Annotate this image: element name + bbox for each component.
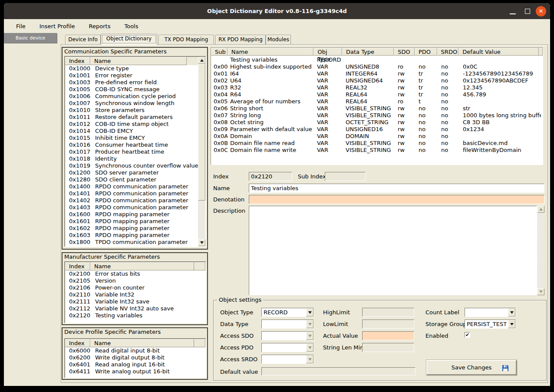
table-row[interactable]: Testing variables RECORD: [211, 56, 543, 63]
list-item[interactable]: 0x1015 Inhibit time EMCY: [65, 135, 205, 142]
scroll-up-icon[interactable]: [537, 206, 544, 213]
tab-modules[interactable]: Modules: [266, 35, 291, 44]
menu-tools[interactable]: Tools: [119, 21, 143, 31]
list-item[interactable]: 0x1400 RPDO communication parameter: [65, 183, 205, 190]
list-item[interactable]: 0x1016 Consumer heartbeat time: [65, 142, 205, 148]
object-type-combobox[interactable]: RECORD: [261, 308, 314, 317]
chevron-down-icon[interactable]: [306, 308, 313, 316]
data-type-combobox[interactable]: [261, 320, 314, 329]
list-item[interactable]: 0x6401 Read analog input 16-bit: [65, 361, 205, 368]
table-row[interactable]: 0x04 R64 VAR REAL64 rw tr no 456.789: [211, 91, 543, 98]
maximize-icon[interactable]: [525, 9, 530, 14]
list-item[interactable]: 0x1017 Producer heartbeat time: [65, 148, 205, 155]
table-row[interactable]: 0x01 I64 VAR INTEGER64 rw tr no -1234567…: [211, 70, 543, 77]
table-row[interactable]: 0x07 String long VAR VISIBLE_STRING rw n…: [211, 112, 543, 119]
column-header-sdo[interactable]: SDO: [394, 48, 415, 56]
scroll-track[interactable]: [537, 213, 544, 288]
default-value-field[interactable]: [261, 367, 416, 376]
tab-device-info[interactable]: Device Info: [65, 35, 101, 44]
column-header-sub[interactable]: Sub: [211, 48, 228, 56]
table-row[interactable]: 0x05 Average of four numbers VAR REAL64 …: [211, 98, 543, 105]
column-header-default-value[interactable]: Default Value: [458, 48, 539, 56]
chevron-down-icon[interactable]: [508, 308, 515, 316]
string-len-min-field[interactable]: [362, 343, 414, 352]
list-item[interactable]: 0x2112 Variable NV Int32 auto save: [65, 305, 205, 312]
menu-reports[interactable]: Reports: [84, 21, 116, 31]
list-item[interactable]: 0x1019 Synchronous counter overflow valu…: [65, 162, 205, 169]
list-item[interactable]: 0x1600 RPDO mapping parameter: [65, 211, 205, 218]
chevron-down-icon[interactable]: [508, 320, 515, 328]
description-field[interactable]: [249, 206, 537, 295]
list-item[interactable]: 0x1003 Pre-defined error field: [65, 79, 205, 86]
list-item[interactable]: 0x1012 COB-ID time stamp object: [65, 121, 205, 128]
column-header-index[interactable]: Index: [65, 57, 90, 65]
index-field[interactable]: [249, 172, 292, 181]
access-srdo-combobox[interactable]: [261, 355, 314, 364]
close-icon[interactable]: ✕: [536, 6, 546, 16]
list-item[interactable]: 0x1280 SDO client parameter: [65, 176, 205, 183]
tab-tx-pdo-mapping[interactable]: TX PDO Mapping: [158, 35, 214, 44]
column-header-srdo[interactable]: SRDO: [437, 48, 459, 56]
list-item[interactable]: 0x1011 Restore default parameters: [65, 114, 205, 121]
list-item[interactable]: 0x6411 Write analog output 16-bit: [65, 368, 205, 375]
menu-insert-profile[interactable]: Insert Profile: [34, 21, 80, 31]
list-item[interactable]: 0x1007 Synchronous window length: [65, 100, 205, 107]
high-limit-field[interactable]: [362, 308, 414, 317]
column-header-name[interactable]: Name: [228, 48, 314, 56]
column-header-name[interactable]: Name: [90, 262, 194, 270]
column-header-obj-type[interactable]: Obj Type: [313, 48, 342, 56]
count-label-combobox[interactable]: [465, 308, 516, 317]
storage-group-combobox[interactable]: PERSIST_TEST: [465, 320, 516, 329]
list-item[interactable]: 0x1010 Store parameters: [65, 107, 205, 114]
enabled-checkbox[interactable]: ✔: [465, 332, 470, 338]
list-item[interactable]: 0x1000 Device type: [65, 65, 205, 72]
access-pdo-combobox[interactable]: [261, 343, 314, 352]
table-row[interactable]: 0x03 R32 VAR REAL32 rw tr no 12.345: [211, 84, 543, 91]
list-item[interactable]: 0x1603 RPDO mapping parameter: [65, 232, 205, 239]
list-item[interactable]: 0x2100 Error status bits: [65, 270, 205, 277]
table-row[interactable]: 0x08 Octet string VAR OCTET_STRING rw no…: [211, 119, 543, 126]
column-header-data-type[interactable]: Data Type: [342, 48, 394, 56]
scroll-down-icon[interactable]: [198, 239, 205, 246]
list-item[interactable]: 0x1005 COB-ID SYNC message: [65, 86, 205, 93]
menu-file[interactable]: File: [11, 21, 31, 31]
list-item[interactable]: 0x1018 Identity: [65, 155, 205, 162]
table-row[interactable]: 0x0C Domain file name write VAR VISIBLE_…: [211, 147, 543, 154]
list-item[interactable]: 0x6000 Read digital input 8-bit: [65, 347, 205, 354]
access-sdo-combobox[interactable]: [261, 331, 314, 340]
list-item[interactable]: 0x1402 RPDO communication parameter: [65, 197, 205, 204]
list-item[interactable]: 0x1200 SDO server parameter: [65, 169, 205, 176]
table-row[interactable]: 0x09 Parameter with default value VAR UN…: [211, 126, 543, 133]
list-item[interactable]: 0x1800 TPDO communication parameter: [65, 239, 205, 246]
list-item[interactable]: 0x2120 Testing variables: [65, 312, 205, 319]
description-scrollbar[interactable]: [537, 206, 544, 295]
tab-object-dictionary[interactable]: Object Dictionary: [101, 34, 157, 45]
list-item[interactable]: 0x2110 Variable Int32: [65, 291, 205, 298]
table-row[interactable]: 0x02 U64 VAR UNSIGNED64 rw tr no 0x12345…: [211, 77, 543, 84]
list-item[interactable]: 0x1401 RPDO communication parameter: [65, 190, 205, 197]
subindex-field[interactable]: [325, 172, 366, 181]
scroll-up-icon[interactable]: [198, 57, 205, 64]
denotation-field[interactable]: [249, 195, 544, 204]
list-item[interactable]: 0x2111 Variable Int32 save: [65, 298, 205, 305]
table-row[interactable]: 0x00 Highest sub-index supported VAR UNS…: [211, 63, 543, 70]
tab-rx-pdo-mapping[interactable]: RX PDO Mapping: [215, 35, 266, 44]
low-limit-field[interactable]: [362, 320, 414, 329]
minimize-icon[interactable]: [510, 13, 516, 14]
column-header-pdo[interactable]: PDO: [415, 48, 437, 56]
scroll-thumb[interactable]: [198, 64, 205, 201]
list-item[interactable]: 0x2106 Power-on counter: [65, 284, 205, 291]
actual-value-field[interactable]: [362, 331, 414, 340]
comm-params-scrollbar[interactable]: [198, 57, 205, 246]
table-row[interactable]: 0x06 String short VAR VISIBLE_STRING rw …: [211, 105, 543, 112]
column-header-index[interactable]: Index: [65, 262, 90, 270]
column-header-index[interactable]: Index: [65, 339, 90, 347]
name-field[interactable]: [249, 184, 544, 193]
list-item[interactable]: 0x1602 RPDO mapping parameter: [65, 225, 205, 232]
list-item[interactable]: 0x1006 Communication cycle period: [65, 93, 205, 100]
list-item[interactable]: 0x6200 Write digital output 8-bit: [65, 354, 205, 361]
list-item[interactable]: 0x2105 Version: [65, 277, 205, 284]
scroll-down-icon[interactable]: [537, 288, 544, 295]
sidebar-tab-basic-device[interactable]: Basic device: [4, 33, 57, 43]
table-row[interactable]: 0x0B Domain file name read VAR VISIBLE_S…: [211, 140, 543, 147]
